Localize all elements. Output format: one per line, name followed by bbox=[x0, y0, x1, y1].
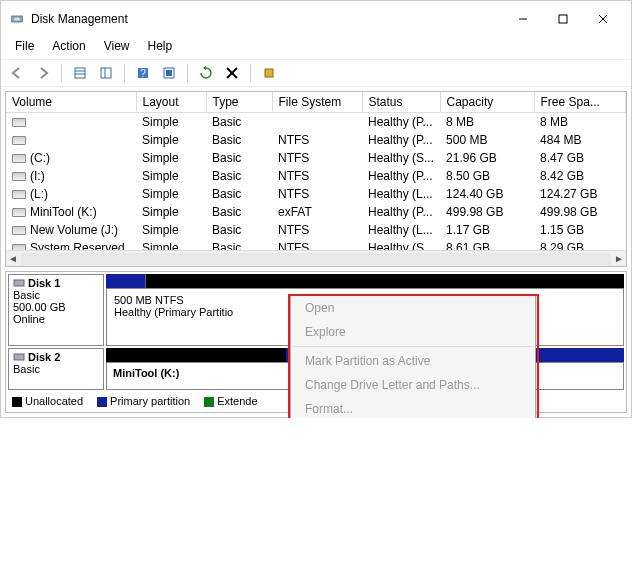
column-header[interactable]: Status bbox=[362, 92, 440, 113]
disk1-status: Online bbox=[13, 313, 99, 325]
table-row[interactable]: SimpleBasicHealthy (P...8 MB8 MB bbox=[6, 113, 626, 132]
app-icon bbox=[9, 11, 25, 27]
table-row[interactable]: (L:)SimpleBasicNTFSHealthy (L...124.40 G… bbox=[6, 185, 626, 203]
menu-view[interactable]: View bbox=[96, 35, 138, 57]
volume-list[interactable]: VolumeLayoutTypeFile SystemStatusCapacit… bbox=[5, 91, 627, 267]
column-header[interactable]: Capacity bbox=[440, 92, 534, 113]
detail-view-icon[interactable] bbox=[96, 63, 116, 83]
horizontal-scrollbar[interactable]: ◄ ► bbox=[6, 250, 626, 266]
legend-primary-label: Primary partition bbox=[110, 395, 190, 407]
svg-rect-17 bbox=[265, 69, 273, 77]
table-row[interactable]: (I:)SimpleBasicNTFSHealthy (P...8.50 GB8… bbox=[6, 167, 626, 185]
help-icon[interactable]: ? bbox=[133, 63, 153, 83]
svg-rect-18 bbox=[14, 280, 24, 286]
menu-item-mark-partition-as-active: Mark Partition as Active bbox=[291, 349, 535, 373]
titlebar: Disk Management bbox=[1, 1, 631, 33]
settings-icon[interactable] bbox=[159, 63, 179, 83]
window-title: Disk Management bbox=[31, 12, 503, 26]
column-header[interactable]: File System bbox=[272, 92, 362, 113]
drive-icon bbox=[12, 172, 26, 181]
drive-icon bbox=[12, 226, 26, 235]
legend-extended-label: Extende bbox=[217, 395, 257, 407]
menu-item-open: Open bbox=[291, 296, 535, 320]
drive-icon bbox=[12, 118, 26, 127]
toolbar: ? bbox=[1, 59, 631, 87]
menu-help[interactable]: Help bbox=[140, 35, 181, 57]
forward-button[interactable] bbox=[33, 63, 53, 83]
disk1-name: Disk 1 bbox=[28, 277, 60, 289]
svg-rect-3 bbox=[559, 15, 567, 23]
disk1-type: Basic bbox=[13, 289, 99, 301]
menu-item-change-drive-letter-and-paths: Change Drive Letter and Paths... bbox=[291, 373, 535, 397]
disk2-info[interactable]: Disk 2 Basic bbox=[8, 348, 104, 390]
column-header[interactable]: Layout bbox=[136, 92, 206, 113]
disk1-size: 500.00 GB bbox=[13, 301, 99, 313]
svg-rect-14 bbox=[166, 70, 172, 76]
disk2-name: Disk 2 bbox=[28, 351, 60, 363]
drive-icon bbox=[12, 190, 26, 199]
legend-extended-swatch bbox=[204, 397, 214, 407]
minimize-button[interactable] bbox=[503, 7, 543, 31]
close-button[interactable] bbox=[583, 7, 623, 31]
partition-status-label: Healthy (Primary Partitio bbox=[114, 306, 270, 318]
list-view-icon[interactable] bbox=[70, 63, 90, 83]
column-header[interactable]: Type bbox=[206, 92, 272, 113]
drive-icon bbox=[12, 154, 26, 163]
table-row[interactable]: (C:)SimpleBasicNTFSHealthy (S...21.96 GB… bbox=[6, 149, 626, 167]
delete-icon[interactable] bbox=[222, 63, 242, 83]
column-header[interactable]: Volume bbox=[6, 92, 136, 113]
partition-context-menu: OpenExploreMark Partition as ActiveChang… bbox=[290, 295, 536, 418]
drive-icon bbox=[12, 136, 26, 145]
drive-icon bbox=[12, 208, 26, 217]
menu-item-format: Format... bbox=[291, 397, 535, 418]
legend-primary-swatch bbox=[97, 397, 107, 407]
back-button[interactable] bbox=[7, 63, 27, 83]
partition-size-label: 500 MB NTFS bbox=[114, 294, 270, 306]
menu-item-explore: Explore bbox=[291, 320, 535, 344]
table-row[interactable]: New Volume (J:)SimpleBasicNTFSHealthy (L… bbox=[6, 221, 626, 239]
maximize-button[interactable] bbox=[543, 7, 583, 31]
menu-file[interactable]: File bbox=[7, 35, 42, 57]
scroll-left-icon[interactable]: ◄ bbox=[8, 253, 18, 264]
scroll-right-icon[interactable]: ► bbox=[614, 253, 624, 264]
legend-unallocated-label: Unallocated bbox=[25, 395, 83, 407]
disk2-type: Basic bbox=[13, 363, 99, 375]
menubar: FileActionViewHelp bbox=[1, 33, 631, 59]
properties-icon[interactable] bbox=[259, 63, 279, 83]
disk1-partition-selected[interactable]: 500 MB NTFS Healthy (Primary Partitio bbox=[107, 289, 277, 345]
refresh-icon[interactable] bbox=[196, 63, 216, 83]
svg-rect-9 bbox=[101, 68, 111, 78]
column-header[interactable]: Free Spa... bbox=[534, 92, 625, 113]
table-row[interactable]: MiniTool (K:)SimpleBasicexFATHealthy (P.… bbox=[6, 203, 626, 221]
svg-rect-19 bbox=[14, 354, 24, 360]
svg-text:?: ? bbox=[140, 68, 146, 79]
legend-unallocated-swatch bbox=[12, 397, 22, 407]
svg-point-1 bbox=[14, 18, 20, 21]
svg-rect-6 bbox=[75, 68, 85, 78]
disk1-info[interactable]: Disk 1 Basic 500.00 GB Online bbox=[8, 274, 104, 346]
menu-action[interactable]: Action bbox=[44, 35, 93, 57]
table-row[interactable]: SimpleBasicNTFSHealthy (P...500 MB484 MB bbox=[6, 131, 626, 149]
